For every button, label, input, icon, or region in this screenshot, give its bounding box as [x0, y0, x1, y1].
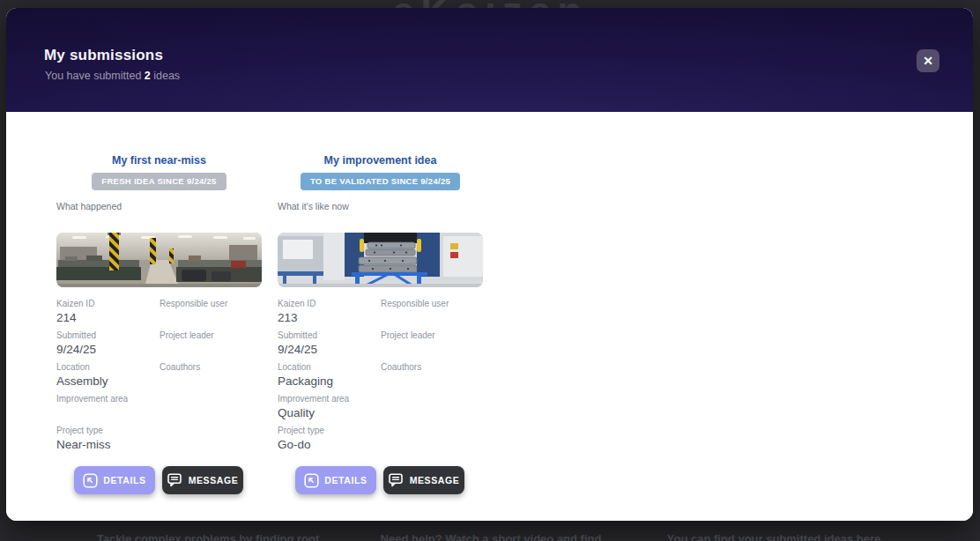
field-improvement-area: Improvement area: [56, 394, 160, 426]
field-location: Location Packaging: [278, 362, 381, 394]
field-project-type: Project type Go-do: [278, 426, 381, 457]
background-card-text: Tackle complex problems by finding root: [97, 532, 320, 541]
field-submitted: Submitted 9/24/25: [278, 330, 381, 362]
field-improvement-area: Improvement area Quality: [278, 394, 381, 426]
card-fields: Kaizen ID 214 Submitted 9/24/25 Location…: [56, 299, 262, 457]
card-fields: Kaizen ID 213 Submitted 9/24/25 Location…: [278, 299, 483, 457]
open-details-icon: [83, 473, 98, 488]
open-details-icon: [304, 473, 319, 488]
message-button[interactable]: MESSAGE: [383, 466, 464, 494]
card-title: My improvement idea: [278, 154, 483, 167]
background-card-text: You can find your submitted ideas here: [667, 532, 880, 541]
field-location: Location Assembly: [56, 362, 160, 394]
close-icon: ✕: [923, 49, 933, 72]
details-button[interactable]: DETAILS: [295, 466, 376, 494]
speech-bubble-icon: [167, 473, 183, 487]
status-badge: TO BE VALIDATED SINCE 9/24/25: [301, 173, 460, 190]
modal-subtitle: You have submitted 2 ideas: [45, 70, 180, 82]
field-project-type: Project type Near-miss: [56, 426, 160, 457]
field-project-leader: Project leader: [381, 330, 483, 362]
status-badge: FRESH IDEA SINCE 9/24/25: [92, 173, 226, 190]
modal-body: My first near-miss FRESH IDEA SINCE 9/24…: [6, 112, 973, 521]
section-label: What it's like now: [278, 201, 483, 211]
modal-title: My submissions: [44, 47, 163, 64]
submission-card-improvement-idea: My improvement idea TO BE VALIDATED SINC…: [278, 154, 483, 498]
details-button[interactable]: DETAILS: [74, 466, 155, 494]
field-coauthors: Coauthors: [160, 362, 262, 394]
modal-header: My submissions You have submitted 2 idea…: [6, 8, 973, 112]
card-title: My first near-miss: [56, 154, 262, 167]
section-label: What happened: [56, 201, 262, 211]
submission-card-near-miss: My first near-miss FRESH IDEA SINCE 9/24…: [56, 154, 262, 498]
message-button[interactable]: MESSAGE: [162, 466, 243, 494]
field-responsible-user: Responsible user: [381, 299, 483, 330]
submission-count: 2: [145, 70, 151, 82]
field-coauthors: Coauthors: [381, 362, 483, 394]
speech-bubble-icon: [389, 473, 405, 487]
submission-photo-machine: [278, 233, 483, 287]
background-card-text: Need help? Watch a short video and find: [381, 532, 602, 541]
field-kaizen-id: Kaizen ID 214: [56, 299, 160, 330]
close-button[interactable]: ✕: [917, 49, 939, 72]
field-kaizen-id: Kaizen ID 213: [278, 299, 381, 330]
field-responsible-user: Responsible user: [160, 299, 262, 330]
field-project-leader: Project leader: [160, 330, 262, 362]
my-submissions-modal: My submissions You have submitted 2 idea…: [6, 8, 973, 521]
submission-photo-factory: [56, 233, 262, 287]
field-submitted: Submitted 9/24/25: [56, 330, 160, 362]
